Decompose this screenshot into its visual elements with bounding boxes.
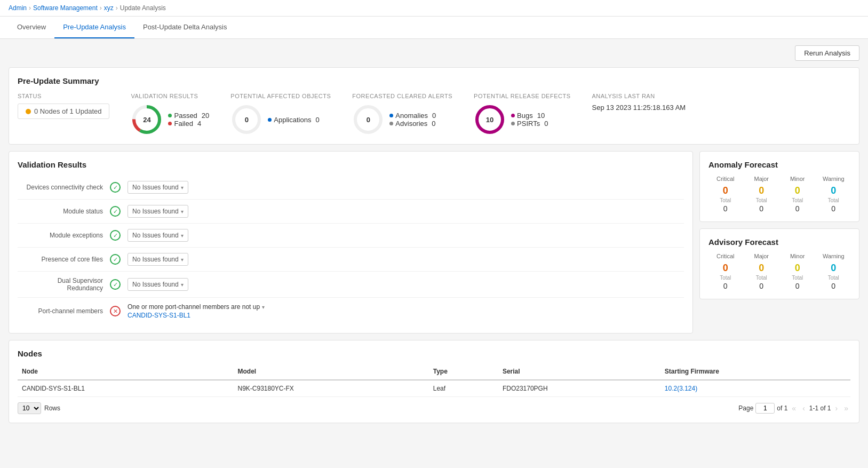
tab-overview[interactable]: Overview [9, 17, 54, 38]
forecasted-total: 0 [367, 116, 370, 124]
advisory-major-label: Major [754, 253, 769, 259]
status-dot [26, 109, 31, 114]
validation-card: Validation Results Devices connectivity … [9, 151, 693, 334]
analysis-last-section: Analysis Last Ran Sep 13 2023 11:25:18.1… [592, 93, 686, 112]
summary-title: Pre-Update Summary [18, 76, 850, 85]
validation-scroll[interactable]: Devices connectivity check ✓ No Issues f… [18, 176, 684, 324]
port-channel-link[interactable]: CANDID-SYS-S1-BL1 [128, 312, 265, 319]
forecasted-legend: Anomalies 0 Advisories 0 [389, 112, 436, 128]
error-icon-port-channel: ✕ [109, 305, 121, 317]
potential-total: 0 [245, 116, 249, 124]
anomalies-value: 0 [432, 112, 436, 120]
val-name-dual-supervisor: Dual SupervisorRedundancy [18, 277, 103, 292]
result-text-module-status: No Issues found [132, 208, 179, 215]
breadcrumb-admin[interactable]: Admin [9, 4, 27, 12]
check-icon-module-status: ✓ [109, 205, 121, 217]
validation-row-devices: Devices connectivity check ✓ No Issues f… [18, 176, 684, 200]
anomaly-critical-value: 0 [723, 185, 728, 196]
dropdown-dual-supervisor[interactable]: No Issues found ▾ [128, 278, 188, 291]
advisories-legend: Advisories 0 [389, 120, 436, 128]
anomaly-major-sub: Total [756, 197, 767, 203]
anomaly-warning-col: Warning 0 Total 0 [817, 176, 851, 213]
validation-row-dual-supervisor: Dual SupervisorRedundancy ✓ No Issues fo… [18, 272, 684, 298]
cell-model: N9K-C93180YC-FX [233, 380, 428, 397]
rows-per-page-select[interactable]: 10 20 50 [18, 402, 41, 414]
check-icon-core-files: ✓ [109, 253, 121, 265]
page-of-label: of 1 [777, 404, 787, 412]
prev-page-button[interactable]: ‹ [800, 403, 807, 414]
anomaly-critical-sub: Total [720, 197, 731, 203]
dropdown-module-exceptions[interactable]: No Issues found ▾ [128, 229, 188, 242]
firmware-link[interactable]: 10.2(3.124) [665, 385, 697, 392]
validation-total: 24 [143, 116, 150, 124]
chevron-dual-supervisor: ▾ [181, 282, 184, 288]
check-circle: ✓ [110, 279, 121, 290]
advisory-critical-sub: Total [720, 275, 731, 281]
breadcrumb-sep-1: › [29, 4, 31, 12]
first-page-button[interactable]: « [790, 403, 798, 414]
breadcrumb-xyz[interactable]: xyz [104, 4, 114, 12]
dropdown-core-files[interactable]: No Issues found ▾ [128, 253, 188, 266]
applications-label: Applications [274, 116, 311, 124]
breadcrumb: Admin › Software Management › xyz › Upda… [0, 0, 868, 17]
rerun-button[interactable]: Rerun Analysis [795, 45, 859, 61]
validation-donut-section: Validation Results 24 [131, 93, 209, 136]
dropdown-port-channel[interactable]: ▾ [262, 304, 265, 310]
top-bar: Rerun Analysis [9, 45, 859, 61]
val-name-devices: Devices connectivity check [18, 184, 103, 191]
breadcrumb-sep-3: › [116, 4, 118, 12]
advisory-critical-label: Critical [716, 253, 735, 259]
validation-passed-legend: Passed 20 [168, 112, 209, 120]
page-range: 1-1 of 1 [809, 404, 831, 412]
potential-legend: Applications 0 [268, 116, 319, 124]
advisory-critical-total: 0 [723, 282, 728, 290]
status-box: 0 Nodes of 1 Updated [18, 104, 109, 119]
result-text-core-files: No Issues found [132, 256, 179, 263]
advisories-label: Advisories [395, 120, 427, 128]
forecasted-donut: 0 [352, 104, 384, 136]
tabs: Overview Pre-Update Analysis Post-Update… [0, 17, 868, 39]
val-name-module-exceptions: Module exceptions [18, 232, 103, 239]
val-name-core-files: Presence of core files [18, 256, 103, 263]
advisory-forecast-grid: Critical 0 Total 0 Major 0 Total 0 Minor… [708, 253, 850, 290]
cell-firmware: 10.2(3.124) [660, 380, 850, 397]
advisory-warning-value: 0 [831, 263, 836, 274]
advisory-major-col: Major 0 Total 0 [745, 253, 779, 290]
dropdown-devices[interactable]: No Issues found ▾ [128, 181, 188, 194]
advisory-forecast-card: Advisory Forecast Critical 0 Total 0 Maj… [699, 228, 859, 299]
val-name-port-channel: Port-channel members [18, 307, 103, 315]
col-firmware: Starting Firmware [660, 363, 850, 380]
main-content: Rerun Analysis Pre-Update Summary Status… [0, 39, 868, 430]
check-circle: ✓ [110, 254, 121, 265]
last-page-button[interactable]: » [842, 403, 850, 414]
next-page-button[interactable]: › [833, 403, 840, 414]
summary-card: Pre-Update Summary Status 0 Nodes of 1 U… [9, 67, 859, 145]
advisory-critical-value: 0 [723, 263, 728, 274]
val-name-module-status: Module status [18, 208, 103, 215]
breadcrumb-software[interactable]: Software Management [33, 4, 98, 12]
release-label: POTENTIAL RELEASE DEFECTS [474, 93, 570, 99]
anomaly-forecast-grid: Critical 0 Total 0 Major 0 Total 0 Minor… [708, 176, 850, 213]
cell-serial: FDO23170PGH [498, 380, 660, 397]
potential-donut: 0 [230, 104, 262, 136]
tab-post-update[interactable]: Post-Update Delta Analysis [134, 17, 236, 38]
col-model: Model [233, 363, 428, 380]
result-text-module-exceptions: No Issues found [132, 232, 179, 239]
anomaly-minor-sub: Total [792, 197, 803, 203]
status-value: 0 Nodes of 1 Updated [34, 107, 101, 115]
chevron-module-exceptions: ▾ [181, 233, 184, 239]
tab-pre-update[interactable]: Pre-Update Analysis [54, 17, 134, 38]
anomaly-warning-value: 0 [831, 185, 836, 196]
validation-failed-legend: Failed 4 [168, 120, 209, 128]
table-row: CANDID-SYS-S1-BL1 N9K-C93180YC-FX Leaf F… [18, 380, 850, 397]
breadcrumb-current: Update Analysis [120, 4, 166, 12]
failed-value: 4 [197, 120, 201, 128]
anomalies-label: Anomalies [395, 112, 428, 120]
dropdown-module-status[interactable]: No Issues found ▾ [128, 205, 188, 218]
page-nav: Page of 1 « ‹ 1-1 of 1 › » [738, 403, 850, 414]
advisory-critical-col: Critical 0 Total 0 [708, 253, 743, 290]
page-input[interactable] [755, 403, 775, 414]
anomaly-critical-total: 0 [723, 204, 728, 213]
bugs-label: Bugs [517, 112, 533, 120]
bugs-value: 10 [537, 112, 545, 120]
